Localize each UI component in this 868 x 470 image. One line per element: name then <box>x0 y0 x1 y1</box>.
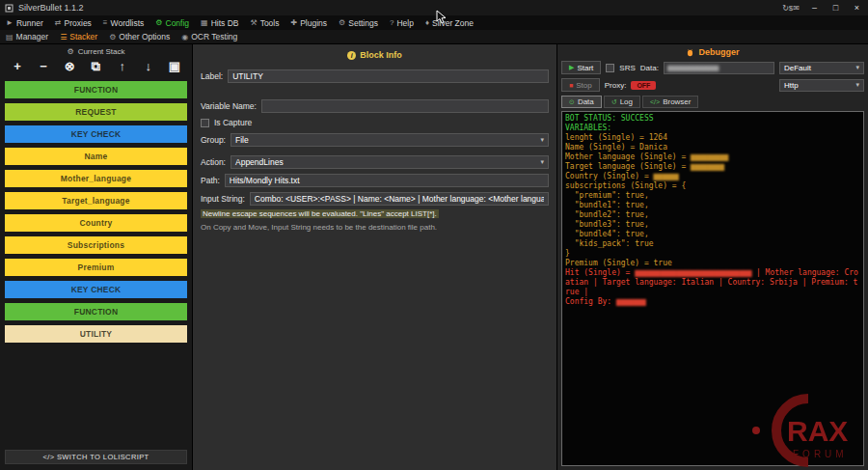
block-info-header: i Block Info <box>201 50 549 60</box>
menu-item-wordlists[interactable]: ≡Wordlists <box>97 15 149 30</box>
menu-item-proxies[interactable]: ⇄Proxies <box>49 15 97 30</box>
stack-block[interactable]: REQUEST <box>5 103 187 121</box>
subtoolbar-item-stacker[interactable]: ☰Stacker <box>54 30 103 43</box>
menu-item-config[interactable]: ⚙Config <box>149 15 195 30</box>
newline-note-text: Newline escape sequences will be evaluat… <box>201 209 439 218</box>
console-text: Config By: <box>565 297 616 306</box>
wordlist-type-select[interactable]: DeFault ▾ <box>779 62 864 74</box>
stack-block[interactable]: Target_language <box>5 192 187 209</box>
stack-block[interactable]: FUNCTION <box>5 81 187 98</box>
tools-icon: ⚒ <box>250 18 257 27</box>
tab-log[interactable]: ↺Log <box>604 96 640 108</box>
console-line: subscriptions (Single) = { <box>565 181 860 191</box>
menu-item-help[interactable]: ?Help <box>384 15 420 30</box>
proxies-icon: ⇄ <box>55 18 62 27</box>
tab-browser[interactable]: </>Browser <box>642 96 698 108</box>
subtoolbar-item-ocr-testing[interactable]: ◉OCR Testing <box>176 30 243 43</box>
config-icon: ⚙ <box>155 18 162 27</box>
variable-name-input[interactable] <box>261 99 549 113</box>
label-input[interactable] <box>228 69 549 83</box>
debug-data-input[interactable]: ▆▆▆▆▆▆▆▆▆▆▆▆ <box>664 62 774 74</box>
menu-item-hits-db[interactable]: ▦Hits DB <box>195 15 244 30</box>
stack-block[interactable]: Premium <box>5 259 187 276</box>
maximize-button[interactable]: □ <box>829 3 842 13</box>
switch-to-loliscript-button[interactable]: </> SWITCH TO LOLISCRIPT <box>5 450 187 464</box>
proxy-toggle[interactable]: OFF <box>631 81 656 90</box>
input-string-input[interactable] <box>250 192 549 206</box>
console-text: "bundle3": true, <box>565 220 649 229</box>
console-text: ▆▆▆▆▆▆▆ <box>616 297 645 306</box>
remove-block-icon[interactable]: − <box>35 59 52 74</box>
is-capture-checkbox[interactable] <box>201 119 209 127</box>
debug-console[interactable]: BOT STATUS: SUCCESSVARIABLES:lenght (Sin… <box>561 111 864 466</box>
silver-zone-icon: ♦ <box>425 18 429 27</box>
minimize-button[interactable]: – <box>808 3 821 13</box>
stack-block[interactable]: KEY CHECK <box>5 125 187 143</box>
subtoolbar-item-manager[interactable]: ▤Manager <box>0 30 54 43</box>
menu-item-label: Config <box>166 18 190 28</box>
stack-block[interactable]: Name <box>5 148 187 165</box>
stack-toolbar: +−⊗⧉↑↓▣ <box>0 57 192 77</box>
action-select[interactable]: AppendLines ▾ <box>231 155 549 169</box>
bug-icon <box>686 48 694 57</box>
browser-tab-icon: </> <box>650 98 660 105</box>
history-icon[interactable]: ↻ <box>782 4 789 13</box>
action-value: AppendLines <box>235 157 284 167</box>
start-button[interactable]: ▶ Start <box>561 61 601 74</box>
menu-item-settings[interactable]: ⚙Settings <box>333 15 384 30</box>
stack-block[interactable]: FUNCTION <box>5 303 187 320</box>
debug-tabs: ⊙Data↺Log</>Browser <box>561 96 864 108</box>
stack-block[interactable]: Subscriptions <box>5 236 187 254</box>
stop-button[interactable]: ■ Stop <box>561 78 600 92</box>
clone-block-icon[interactable]: ⧉ <box>87 59 104 74</box>
debug-start-row: ▶ Start SRS Data: ▆▆▆▆▆▆▆▆▆▆▆▆ DeFault ▾ <box>561 61 864 74</box>
is-capture-label: Is Capture <box>214 118 252 127</box>
stack-block[interactable]: UTILITY <box>5 325 187 343</box>
menu-item-tools[interactable]: ⚒Tools <box>244 15 285 30</box>
gear-icon: ⚙ <box>67 47 73 56</box>
titlebar-right: ↻$✉ – □ × <box>782 3 863 13</box>
menu-item-plugins[interactable]: ✚Plugins <box>285 15 333 30</box>
disable-block-icon[interactable]: ⊗ <box>61 59 78 74</box>
move-up-icon[interactable]: ↑ <box>114 59 131 74</box>
group-select[interactable]: File ▾ <box>231 133 549 147</box>
save-config-icon[interactable]: ▣ <box>166 59 183 74</box>
console-text: ▆▆▆▆▆▆▆▆▆ <box>691 152 728 161</box>
debugger-header: Debugger <box>561 47 864 57</box>
input-string-label: Input String: <box>201 194 245 204</box>
console-text: Premium (Single) = true <box>565 259 672 267</box>
wordlists-icon: ≡ <box>103 18 108 27</box>
chevron-down-icon: ▾ <box>855 81 859 89</box>
subtoolbar-item-label: Manager <box>16 32 49 41</box>
group-value: File <box>235 135 249 145</box>
subtoolbar-item-label: Other Options <box>119 32 170 41</box>
stack-block[interactable]: KEY CHECK <box>5 281 187 298</box>
chevron-down-icon: ▾ <box>855 64 859 71</box>
block-info-title: Block Info <box>360 50 402 60</box>
manager-icon: ▤ <box>6 33 14 41</box>
path-input[interactable] <box>225 174 549 187</box>
console-text: "premium": true, <box>565 191 649 200</box>
menu-item-runner[interactable]: ►Runner <box>0 15 49 30</box>
console-text: "bundle2": true, <box>565 210 649 219</box>
stack-block[interactable]: Mother_language <box>5 170 187 187</box>
subtoolbar-item-label: OCR Testing <box>191 32 237 41</box>
ocr-testing-icon: ◉ <box>181 33 188 41</box>
console-line: VARIABLES: <box>565 124 860 133</box>
add-block-icon[interactable]: + <box>9 59 26 74</box>
debugger-title: Debugger <box>698 47 739 57</box>
subtoolbar-item-other-options[interactable]: ⚙Other Options <box>103 30 176 43</box>
proxy-type-select[interactable]: Http ▾ <box>779 79 864 92</box>
plugins-icon: ✚ <box>290 18 297 27</box>
move-down-icon[interactable]: ↓ <box>140 59 157 74</box>
stack-block[interactable]: Country <box>5 214 187 232</box>
feedback-icon[interactable]: ✉ <box>793 4 800 13</box>
other-options-icon: ⚙ <box>109 33 116 41</box>
tab-data[interactable]: ⊙Data <box>561 96 602 108</box>
group-row: Group: File ▾ <box>201 133 549 147</box>
srs-checkbox[interactable] <box>606 64 614 72</box>
menu-item-silver-zone[interactable]: ♦Silver Zone <box>420 15 479 30</box>
console-line: Country (Single) = ▆▆▆▆▆▆ <box>565 172 860 181</box>
close-button[interactable]: × <box>851 3 863 13</box>
menu-item-label: Runner <box>16 18 43 28</box>
